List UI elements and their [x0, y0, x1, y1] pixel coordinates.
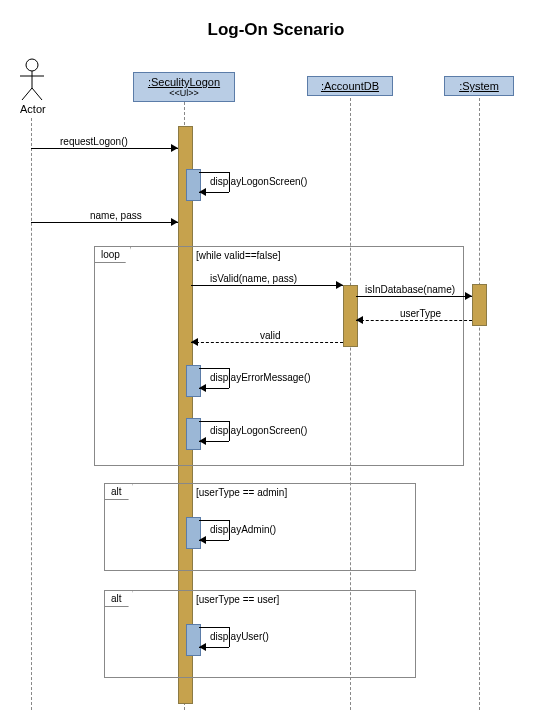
frame-alt-admin-operator: alt — [105, 484, 133, 500]
msg-request-logon — [31, 148, 178, 149]
diagram-title: Log-On Scenario — [0, 20, 552, 40]
frame-loop-guard: [while valid==false] — [196, 250, 281, 261]
actor-icon — [18, 58, 46, 104]
sequence-diagram: Log-On Scenario Actor :SeculityLogon <<U… — [0, 0, 552, 717]
arrowhead-icon — [171, 218, 178, 226]
lifeline-system-label: :System — [451, 80, 507, 92]
frame-alt-user-guard: [userType == user] — [196, 594, 279, 605]
arrowhead-icon — [199, 437, 206, 445]
msg-request-logon-label: requestLogon() — [60, 136, 128, 147]
arrowhead-icon — [336, 281, 343, 289]
msg-name-pass — [31, 222, 178, 223]
msg-isindatabase-label: isInDatabase(name) — [365, 284, 455, 295]
self-logon2-top — [199, 421, 229, 422]
lifeline-security-label: :SeculityLogon — [140, 76, 228, 88]
svg-line-4 — [32, 88, 42, 100]
frame-alt-admin-guard: [userType == admin] — [196, 487, 287, 498]
msg-display-user-label: displayUser() — [210, 631, 269, 642]
system-lifeline — [479, 98, 480, 710]
lifeline-system: :System — [444, 76, 514, 96]
activation-self-logon2 — [186, 418, 201, 450]
msg-display-admin-label: displayAdmin() — [210, 524, 276, 535]
arrowhead-icon — [199, 188, 206, 196]
msg-valid-label: valid — [260, 330, 281, 341]
lifeline-accountdb: :AccountDB — [307, 76, 393, 96]
arrowhead-icon — [199, 643, 206, 651]
actor-label: Actor — [20, 103, 46, 115]
msg-valid — [191, 342, 343, 343]
msg-name-pass-label: name, pass — [90, 210, 142, 221]
arrowhead-icon — [171, 144, 178, 152]
msg-isvalid — [191, 285, 343, 286]
msg-isvalid-label: isValid(name, pass) — [210, 273, 297, 284]
msg-isindatabase — [356, 296, 472, 297]
arrowhead-icon — [199, 536, 206, 544]
activation-system — [472, 284, 487, 326]
self-err-top — [199, 368, 229, 369]
activation-self-err — [186, 365, 201, 397]
self-msg-display-logon-1-top — [199, 172, 229, 173]
arrowhead-icon — [199, 384, 206, 392]
arrowhead-icon — [465, 292, 472, 300]
lifeline-accountdb-label: :AccountDB — [314, 80, 386, 92]
lifeline-security-stereo: <<Ul>> — [140, 88, 228, 98]
frame-loop-operator: loop — [95, 247, 131, 263]
msg-display-logon-1-label: displayLogonScreen() — [210, 176, 307, 187]
arrowhead-icon — [191, 338, 198, 346]
self-admin-top — [199, 520, 229, 521]
msg-usertype — [356, 320, 472, 321]
lifeline-security: :SeculityLogon <<Ul>> — [133, 72, 235, 102]
svg-point-0 — [26, 59, 38, 71]
msg-usertype-label: userType — [400, 308, 441, 319]
activation-self-admin — [186, 517, 201, 549]
svg-line-3 — [22, 88, 32, 100]
activation-self-user — [186, 624, 201, 656]
self-user-top — [199, 627, 229, 628]
actor-lifeline — [31, 118, 32, 710]
msg-display-error-label: displayErrorMessage() — [210, 372, 311, 383]
frame-alt-user-operator: alt — [105, 591, 133, 607]
activation-self-1 — [186, 169, 201, 201]
msg-display-logon-2-label: displayLogonScreen() — [210, 425, 307, 436]
arrowhead-icon — [356, 316, 363, 324]
